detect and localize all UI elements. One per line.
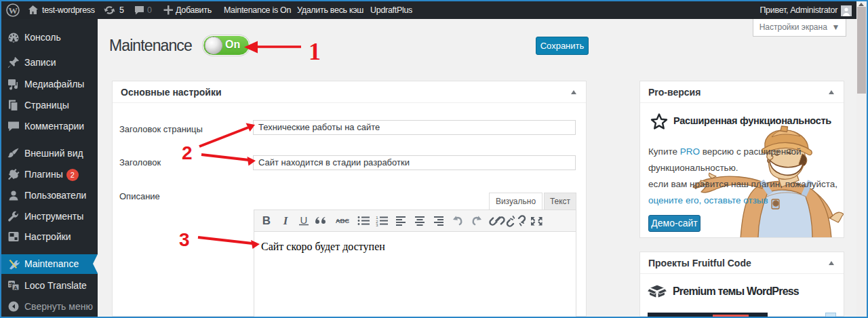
svg-text:A: A [14, 284, 18, 290]
svg-text:W: W [8, 5, 18, 16]
svg-text:B: B [262, 214, 271, 227]
svg-text:3: 3 [376, 223, 378, 227]
svg-text:U: U [300, 214, 308, 226]
svg-text:I: I [283, 214, 289, 227]
svg-text:1: 1 [309, 38, 321, 65]
